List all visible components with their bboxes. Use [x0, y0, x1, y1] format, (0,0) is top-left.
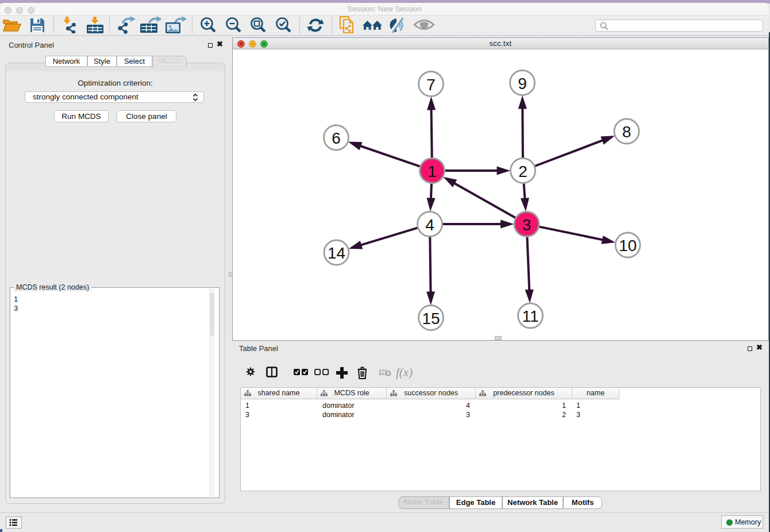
svg-text:4: 4 [425, 216, 434, 234]
svg-text:2: 2 [518, 163, 528, 180]
svg-text:11: 11 [522, 307, 538, 325]
svg-text:14: 14 [328, 244, 345, 262]
svg-text:15: 15 [422, 310, 440, 327]
svg-text:3: 3 [522, 216, 532, 234]
svg-text:9: 9 [518, 75, 527, 92]
svg-text:1: 1 [428, 163, 437, 180]
svg-text:10: 10 [619, 237, 637, 255]
svg-text:7: 7 [426, 76, 436, 94]
svg-text:6: 6 [332, 129, 341, 147]
svg-text:8: 8 [622, 123, 632, 141]
